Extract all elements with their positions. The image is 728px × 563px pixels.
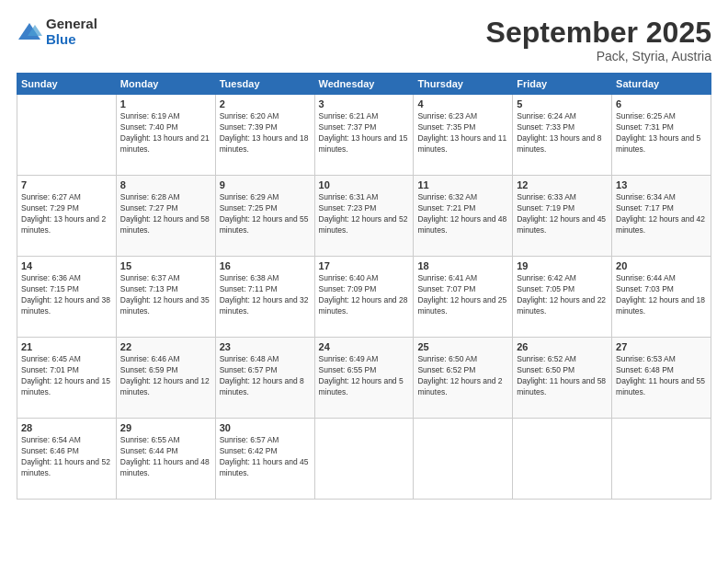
- header-sunday: Sunday: [17, 74, 117, 95]
- table-row: 10Sunrise: 6:31 AMSunset: 7:23 PMDayligh…: [314, 176, 414, 257]
- day-number: 9: [220, 179, 311, 190]
- day-detail: Sunrise: 6:55 AMSunset: 6:44 PMDaylight:…: [120, 435, 211, 479]
- day-detail: Sunrise: 6:27 AMSunset: 7:29 PMDaylight:…: [21, 192, 112, 236]
- table-row: 24Sunrise: 6:49 AMSunset: 6:55 PMDayligh…: [314, 338, 414, 419]
- day-detail: Sunrise: 6:41 AMSunset: 7:07 PMDaylight:…: [417, 273, 508, 317]
- day-detail: Sunrise: 6:23 AMSunset: 7:35 PMDaylight:…: [417, 111, 508, 155]
- page: General Blue September 2025 Pack, Styria…: [0, 0, 728, 563]
- calendar-week-row: 21Sunrise: 6:45 AMSunset: 7:01 PMDayligh…: [17, 338, 711, 419]
- calendar-week-row: 28Sunrise: 6:54 AMSunset: 6:46 PMDayligh…: [17, 419, 711, 500]
- table-row: [414, 419, 513, 500]
- table-row: [314, 419, 414, 500]
- table-row: 30Sunrise: 6:57 AMSunset: 6:42 PMDayligh…: [215, 419, 314, 500]
- header-saturday: Saturday: [612, 74, 711, 95]
- day-number: 12: [517, 179, 608, 190]
- day-detail: Sunrise: 6:54 AMSunset: 6:46 PMDaylight:…: [21, 435, 112, 479]
- day-detail: Sunrise: 6:29 AMSunset: 7:25 PMDaylight:…: [220, 192, 311, 236]
- table-row: 5Sunrise: 6:24 AMSunset: 7:33 PMDaylight…: [513, 95, 612, 176]
- table-row: [612, 419, 711, 500]
- day-number: 28: [21, 422, 112, 433]
- table-row: 9Sunrise: 6:29 AMSunset: 7:25 PMDaylight…: [215, 176, 314, 257]
- month-title: September 2025: [486, 17, 711, 49]
- logo: General Blue: [17, 17, 97, 47]
- day-number: 17: [319, 260, 410, 271]
- table-row: [17, 95, 117, 176]
- table-row: 11Sunrise: 6:32 AMSunset: 7:21 PMDayligh…: [414, 176, 513, 257]
- day-detail: Sunrise: 6:20 AMSunset: 7:39 PMDaylight:…: [220, 111, 311, 155]
- day-detail: Sunrise: 6:37 AMSunset: 7:13 PMDaylight:…: [120, 273, 211, 317]
- day-number: 21: [21, 341, 112, 352]
- table-row: 22Sunrise: 6:46 AMSunset: 6:59 PMDayligh…: [116, 338, 215, 419]
- day-detail: Sunrise: 6:49 AMSunset: 6:55 PMDaylight:…: [319, 354, 410, 398]
- table-row: 15Sunrise: 6:37 AMSunset: 7:13 PMDayligh…: [116, 257, 215, 338]
- day-detail: Sunrise: 6:33 AMSunset: 7:19 PMDaylight:…: [517, 192, 608, 236]
- day-detail: Sunrise: 6:44 AMSunset: 7:03 PMDaylight:…: [616, 273, 707, 317]
- table-row: 27Sunrise: 6:53 AMSunset: 6:48 PMDayligh…: [612, 338, 711, 419]
- day-number: 14: [21, 260, 112, 271]
- logo-text: General Blue: [46, 17, 97, 47]
- table-row: 1Sunrise: 6:19 AMSunset: 7:40 PMDaylight…: [116, 95, 215, 176]
- weekday-header-row: Sunday Monday Tuesday Wednesday Thursday…: [17, 74, 711, 95]
- day-number: 27: [616, 341, 707, 352]
- calendar-week-row: 7Sunrise: 6:27 AMSunset: 7:29 PMDaylight…: [17, 176, 711, 257]
- calendar-table: Sunday Monday Tuesday Wednesday Thursday…: [17, 73, 711, 500]
- table-row: 16Sunrise: 6:38 AMSunset: 7:11 PMDayligh…: [215, 257, 314, 338]
- day-number: 24: [319, 341, 410, 352]
- day-detail: Sunrise: 6:57 AMSunset: 6:42 PMDaylight:…: [220, 435, 311, 479]
- day-number: 30: [220, 422, 311, 433]
- day-number: 19: [517, 260, 608, 271]
- table-row: 4Sunrise: 6:23 AMSunset: 7:35 PMDaylight…: [414, 95, 513, 176]
- table-row: 25Sunrise: 6:50 AMSunset: 6:52 PMDayligh…: [414, 338, 513, 419]
- day-number: 2: [220, 98, 311, 109]
- day-detail: Sunrise: 6:52 AMSunset: 6:50 PMDaylight:…: [517, 354, 608, 398]
- table-row: 14Sunrise: 6:36 AMSunset: 7:15 PMDayligh…: [17, 257, 117, 338]
- day-number: 10: [319, 179, 410, 190]
- table-row: 26Sunrise: 6:52 AMSunset: 6:50 PMDayligh…: [513, 338, 612, 419]
- header-friday: Friday: [513, 74, 612, 95]
- calendar-week-row: 14Sunrise: 6:36 AMSunset: 7:15 PMDayligh…: [17, 257, 711, 338]
- day-detail: Sunrise: 6:31 AMSunset: 7:23 PMDaylight:…: [319, 192, 410, 236]
- day-number: 13: [616, 179, 707, 190]
- table-row: 28Sunrise: 6:54 AMSunset: 6:46 PMDayligh…: [17, 419, 117, 500]
- table-row: 2Sunrise: 6:20 AMSunset: 7:39 PMDaylight…: [215, 95, 314, 176]
- table-row: 8Sunrise: 6:28 AMSunset: 7:27 PMDaylight…: [116, 176, 215, 257]
- table-row: 13Sunrise: 6:34 AMSunset: 7:17 PMDayligh…: [612, 176, 711, 257]
- day-detail: Sunrise: 6:36 AMSunset: 7:15 PMDaylight:…: [21, 273, 112, 317]
- table-row: 20Sunrise: 6:44 AMSunset: 7:03 PMDayligh…: [612, 257, 711, 338]
- table-row: 29Sunrise: 6:55 AMSunset: 6:44 PMDayligh…: [116, 419, 215, 500]
- day-number: 3: [319, 98, 410, 109]
- day-number: 15: [120, 260, 211, 271]
- day-number: 5: [517, 98, 608, 109]
- day-number: 11: [417, 179, 508, 190]
- day-detail: Sunrise: 6:46 AMSunset: 6:59 PMDaylight:…: [120, 354, 211, 398]
- header-monday: Monday: [116, 74, 215, 95]
- table-row: 18Sunrise: 6:41 AMSunset: 7:07 PMDayligh…: [414, 257, 513, 338]
- table-row: 19Sunrise: 6:42 AMSunset: 7:05 PMDayligh…: [513, 257, 612, 338]
- day-detail: Sunrise: 6:42 AMSunset: 7:05 PMDaylight:…: [517, 273, 608, 317]
- table-row: 3Sunrise: 6:21 AMSunset: 7:37 PMDaylight…: [314, 95, 414, 176]
- day-number: 1: [120, 98, 211, 109]
- table-row: 6Sunrise: 6:25 AMSunset: 7:31 PMDaylight…: [612, 95, 711, 176]
- day-number: 22: [120, 341, 211, 352]
- table-row: [513, 419, 612, 500]
- day-number: 25: [417, 341, 508, 352]
- day-detail: Sunrise: 6:25 AMSunset: 7:31 PMDaylight:…: [616, 111, 707, 155]
- day-number: 29: [120, 422, 211, 433]
- day-detail: Sunrise: 6:21 AMSunset: 7:37 PMDaylight:…: [319, 111, 410, 155]
- calendar-week-row: 1Sunrise: 6:19 AMSunset: 7:40 PMDaylight…: [17, 95, 711, 176]
- table-row: 21Sunrise: 6:45 AMSunset: 7:01 PMDayligh…: [17, 338, 117, 419]
- day-number: 23: [220, 341, 311, 352]
- table-row: 12Sunrise: 6:33 AMSunset: 7:19 PMDayligh…: [513, 176, 612, 257]
- table-row: 7Sunrise: 6:27 AMSunset: 7:29 PMDaylight…: [17, 176, 117, 257]
- header: General Blue September 2025 Pack, Styria…: [17, 17, 711, 63]
- day-number: 26: [517, 341, 608, 352]
- table-row: 23Sunrise: 6:48 AMSunset: 6:57 PMDayligh…: [215, 338, 314, 419]
- day-detail: Sunrise: 6:48 AMSunset: 6:57 PMDaylight:…: [220, 354, 311, 398]
- day-detail: Sunrise: 6:24 AMSunset: 7:33 PMDaylight:…: [517, 111, 608, 155]
- location: Pack, Styria, Austria: [486, 49, 711, 63]
- day-detail: Sunrise: 6:53 AMSunset: 6:48 PMDaylight:…: [616, 354, 707, 398]
- day-detail: Sunrise: 6:40 AMSunset: 7:09 PMDaylight:…: [319, 273, 410, 317]
- header-wednesday: Wednesday: [314, 74, 414, 95]
- day-number: 8: [120, 179, 211, 190]
- day-number: 20: [616, 260, 707, 271]
